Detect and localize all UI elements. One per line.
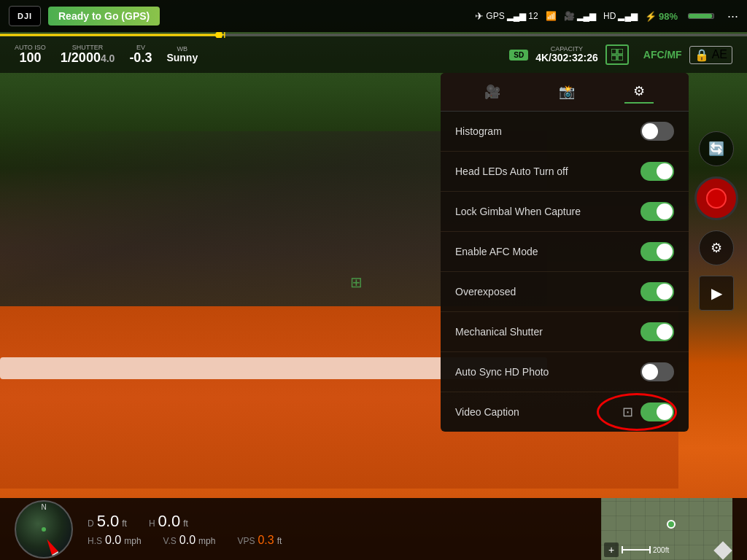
setting-head-leds: Head LEDs Auto Turn off xyxy=(441,152,689,192)
height-value: 0.0 xyxy=(158,512,181,531)
h-speed-unit: mph xyxy=(124,536,141,546)
head-leds-label: Head LEDs Auto Turn off xyxy=(455,166,568,177)
auto-sync-label: Auto Sync HD Photo xyxy=(455,366,549,378)
lock-icon: 🔒 xyxy=(694,48,709,62)
histogram-label: Histogram xyxy=(455,125,502,137)
video-bars: ▂▄▆ xyxy=(577,11,597,21)
setting-mechanical-shutter: Mechanical Shutter xyxy=(441,312,689,352)
distance-stat: D 5.0 ft xyxy=(88,512,127,531)
playback-button[interactable]: ▶ xyxy=(699,276,734,311)
height-stat: H 0.0 ft xyxy=(149,512,188,531)
iso-value[interactable]: 100 xyxy=(19,51,41,66)
hd-status: HD ▂▄▆ xyxy=(603,11,638,21)
distance-value: 5.0 xyxy=(97,512,120,531)
ev-value[interactable]: -0.3 xyxy=(129,51,152,66)
ev-group: EV -0.3 xyxy=(129,44,152,66)
map-scale: 200ft xyxy=(622,546,669,554)
tab-camera[interactable]: 🎥 xyxy=(476,81,509,103)
h-speed-stat: H.S 0.0 mph xyxy=(88,534,142,547)
compass-circle: N xyxy=(15,500,73,559)
afc-mf-button[interactable]: AFC/MF xyxy=(643,49,682,61)
video-icon: 🎥 xyxy=(564,11,575,21)
wb-value[interactable]: Sunny xyxy=(166,52,198,63)
setting-enable-afc: Enable AFC Mode xyxy=(441,232,689,272)
ae-label: AE xyxy=(712,48,727,61)
vps-stat: VPS 0.3 ft xyxy=(237,534,282,547)
wifi-icon: 📶 xyxy=(546,11,557,21)
panel-tabs: 🎥 📸 ⚙ xyxy=(441,73,689,112)
shutter-group: SHUTTER 1/20004.0 xyxy=(61,44,115,66)
stats-row-2: H.S 0.0 mph V.S 0.0 mph VPS 0.3 ft xyxy=(88,534,601,547)
wb-group: WB Sunny xyxy=(166,45,198,63)
vps-value: 0.3 xyxy=(258,534,274,547)
map-scale-line xyxy=(622,549,651,551)
video-signal-status: 🎥 ▂▄▆ xyxy=(564,11,597,21)
stats-row-1: D 5.0 ft H 0.0 ft xyxy=(88,512,601,531)
status-ready-label: Ready to Go (GPS) xyxy=(48,7,160,26)
compass-north-label: N xyxy=(41,503,46,511)
capacity-group: CAPACITY 4K/302:32:26 xyxy=(535,45,598,63)
map-zoom-button[interactable]: + xyxy=(604,542,619,557)
record-button[interactable] xyxy=(694,176,738,220)
grid-toggle[interactable] xyxy=(605,44,629,65)
distance-label: D xyxy=(88,518,94,529)
refresh-button[interactable]: 🔄 xyxy=(699,131,734,166)
camera-icon: 🎥 xyxy=(484,85,500,99)
signal-bars: ▂▄▆ xyxy=(507,11,527,21)
enable-afc-toggle[interactable] xyxy=(640,242,674,261)
mechanical-shutter-label: Mechanical Shutter xyxy=(455,326,543,338)
play-icon: ▶ xyxy=(711,284,722,302)
settings-button[interactable]: ⚙ xyxy=(699,230,734,265)
setting-video-caption: Video Caption ⊡ xyxy=(441,392,689,432)
tab-photo[interactable]: 📸 xyxy=(550,81,584,103)
signal-count: 12 xyxy=(528,11,538,21)
setting-histogram: Histogram xyxy=(441,112,689,152)
sd-badge: SD xyxy=(509,50,528,61)
h-speed-label: H.S xyxy=(88,536,102,546)
f-value: 4.0 xyxy=(101,52,115,64)
battery-pct: 98% xyxy=(659,11,678,22)
more-options-button[interactable]: ··· xyxy=(727,9,738,24)
setting-auto-sync: Auto Sync HD Photo xyxy=(441,352,689,392)
v-speed-label: V.S xyxy=(163,536,177,546)
compass: N xyxy=(15,500,73,559)
iso-group: Auto ISO 100 xyxy=(15,44,46,66)
height-label: H xyxy=(149,518,155,529)
map-position-dot xyxy=(667,520,676,529)
gear-icon: ⚙ xyxy=(633,84,645,98)
histogram-toggle[interactable] xyxy=(640,122,674,141)
lock-gimbal-toggle[interactable] xyxy=(640,202,674,221)
map-scale-label: 200ft xyxy=(653,546,669,554)
svg-rect-7 xyxy=(618,55,623,61)
right-controls: 🔄 ⚙ ▶ xyxy=(694,131,738,311)
overexposed-label: Overexposed xyxy=(455,286,516,298)
mini-map[interactable]: + 200ft xyxy=(601,498,732,560)
battery-icon: ⚡ xyxy=(645,11,657,22)
auto-sync-toggle[interactable] xyxy=(640,362,674,381)
record-inner-circle xyxy=(706,188,727,209)
caption-icon: ⊡ xyxy=(622,404,633,420)
progress-line: H xyxy=(0,32,747,38)
drone-icon: ✈ xyxy=(475,10,484,22)
hd-label: HD xyxy=(603,11,616,21)
v-speed-value: 0.0 xyxy=(179,534,196,547)
video-caption-toggle[interactable] xyxy=(640,402,674,421)
setting-lock-gimbal: Lock Gimbal When Capture xyxy=(441,192,689,232)
vps-unit: ft xyxy=(277,536,282,546)
ae-lock-button[interactable]: 🔒 AE xyxy=(689,46,732,64)
map-zoom-controls: + 200ft xyxy=(604,542,669,557)
head-leds-toggle[interactable] xyxy=(640,162,674,181)
svg-text:H: H xyxy=(220,32,225,38)
v-speed-stat: V.S 0.0 mph xyxy=(163,534,216,547)
settings-list: Histogram Head LEDs Auto Turn off Lock G… xyxy=(441,112,689,432)
shutter-value[interactable]: 1/20004.0 xyxy=(61,51,115,66)
wifi-status: 📶 xyxy=(546,11,557,21)
vps-label: VPS xyxy=(237,536,255,546)
tab-settings[interactable]: ⚙ xyxy=(624,80,654,104)
enable-afc-label: Enable AFC Mode xyxy=(455,246,538,257)
mechanical-shutter-toggle[interactable] xyxy=(640,322,674,341)
gps-label: GPS xyxy=(486,11,504,21)
grid-overlay-icon: ⊞ xyxy=(350,273,363,291)
dji-logo: DJI xyxy=(9,6,41,26)
overexposed-toggle[interactable] xyxy=(640,282,674,301)
